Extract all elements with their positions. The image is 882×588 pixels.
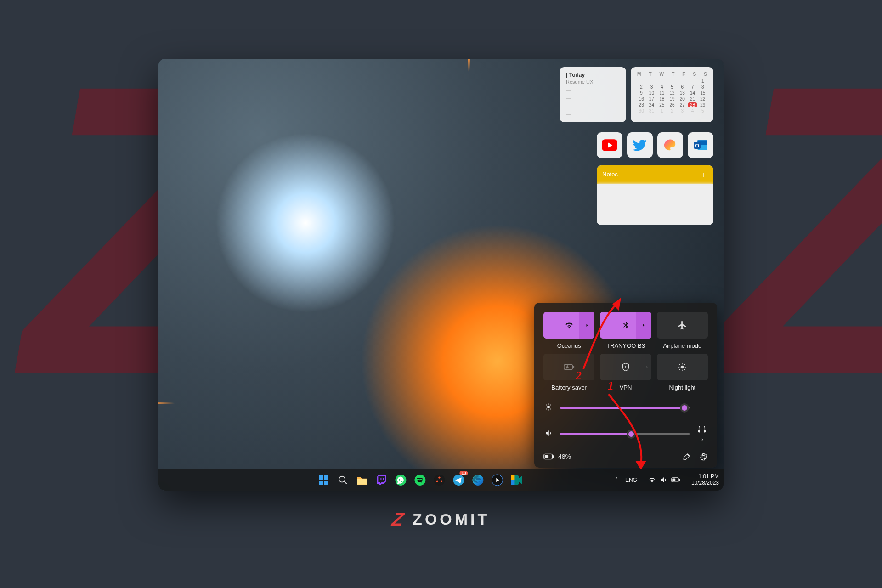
youtube-shortcut[interactable] (597, 132, 622, 158)
pencil-icon (683, 452, 691, 461)
language-indicator[interactable]: ENG (625, 477, 637, 483)
battery-saver-tile-label: Battery saver (551, 384, 587, 391)
bluetooth-tile-label: TRANYOO B3 (606, 342, 645, 349)
calendar-grid: 1234567891011121314151617181920212223242… (637, 79, 707, 113)
telegram-button[interactable]: 13 (450, 472, 467, 488)
twitch-button[interactable] (373, 472, 390, 488)
notes-widget[interactable]: Notes ＋ (597, 165, 713, 225)
bluetooth-expand-button[interactable] (636, 312, 651, 339)
clock-date: 10/28/2023 (691, 480, 719, 486)
volume-slider[interactable] (560, 433, 690, 435)
svg-rect-55 (511, 475, 514, 480)
svg-rect-38 (319, 481, 323, 485)
wifi-tile: Oceanus (543, 312, 594, 349)
svg-rect-30 (553, 455, 554, 458)
whatsapp-button[interactable] (392, 472, 409, 488)
night-light-tile-label: Night light (669, 384, 695, 391)
audio-output-button[interactable]: › (696, 426, 708, 442)
svg-line-25 (546, 408, 547, 409)
svg-rect-36 (319, 475, 323, 480)
vpn-tile-label: VPN (620, 384, 632, 391)
shield-icon (621, 362, 630, 372)
clock-button[interactable]: 1:01 PM 10/28/2023 (691, 474, 719, 486)
vpn-toggle-button[interactable]: › (600, 354, 651, 380)
today-widget-empty-lines: ———— (566, 86, 620, 119)
svg-point-47 (434, 475, 445, 486)
svg-line-24 (550, 408, 551, 409)
svg-rect-37 (324, 475, 328, 480)
battery-saver-toggle-button[interactable] (543, 354, 594, 380)
svg-rect-58 (679, 479, 680, 481)
svg-point-9 (681, 365, 684, 368)
zoomit-z-mark: Z (390, 509, 408, 530)
wifi-expand-button[interactable] (579, 312, 594, 339)
zoomit-wordmark: ZOOMIT (413, 510, 490, 528)
battery-saver-tile: Battery saver (543, 354, 594, 391)
taskbar: 13 ˄ ENG 1:01 PM 10/28/2023 (158, 469, 724, 491)
brightness-slider[interactable] (560, 407, 690, 409)
svg-point-48 (438, 476, 440, 478)
outlook-shortcut[interactable]: O (688, 132, 713, 158)
svg-rect-39 (324, 481, 328, 485)
meet-button[interactable] (508, 472, 525, 488)
media-player-button[interactable] (489, 472, 505, 488)
start-button[interactable] (315, 472, 332, 488)
night-light-toggle-button[interactable] (657, 354, 708, 380)
svg-rect-6 (573, 366, 574, 368)
today-widget[interactable]: | Today Resume UX ———— (560, 67, 626, 122)
calendar-widget[interactable]: MTWTFSS 12345678910111213141516171819202… (631, 67, 713, 122)
paint-shortcut[interactable] (657, 132, 683, 158)
night-light-icon (678, 362, 687, 372)
twitter-shortcut[interactable] (627, 132, 653, 158)
gear-icon (699, 452, 708, 461)
volume-icon (543, 429, 554, 439)
desktop-app-shortcuts: O (597, 132, 713, 158)
night-light-tile: Night light (657, 354, 708, 391)
today-widget-title: | Today (566, 72, 620, 78)
svg-line-17 (684, 364, 685, 365)
wifi-toggle-button[interactable] (543, 312, 594, 339)
svg-rect-43 (380, 478, 381, 480)
svg-rect-8 (625, 367, 626, 368)
svg-rect-44 (383, 478, 384, 480)
calendar-dow-header: MTWTFSS (637, 72, 707, 77)
svg-rect-31 (545, 455, 548, 458)
battery-percent-label: 48% (558, 453, 571, 460)
svg-line-23 (546, 404, 547, 405)
desktop-screenshot: | Today Resume UX ———— MTWTFSS 123456789… (158, 59, 724, 491)
svg-rect-59 (672, 478, 675, 481)
file-explorer-button[interactable] (354, 472, 370, 488)
bluetooth-toggle-button[interactable] (600, 312, 651, 339)
battery-status-button[interactable]: 48% (543, 453, 571, 460)
airplane-tile: Airplane mode (657, 312, 708, 349)
zoomit-logo: Z ZOOMIT (392, 509, 490, 530)
clock-time: 1:01 PM (691, 474, 719, 480)
davinci-button[interactable] (431, 472, 447, 488)
svg-line-26 (550, 404, 551, 405)
system-tray: ˄ ENG 1:01 PM 10/28/2023 (615, 474, 719, 486)
settings-button[interactable] (699, 452, 708, 461)
svg-rect-56 (511, 480, 514, 485)
tray-overflow-button[interactable]: ˄ (615, 477, 618, 483)
volume-tray-icon (660, 476, 667, 484)
network-volume-battery-button[interactable] (645, 474, 684, 486)
search-button[interactable] (334, 472, 351, 488)
wifi-tile-label: Oceanus (557, 342, 581, 349)
svg-rect-42 (357, 479, 368, 484)
edge-button[interactable] (469, 472, 486, 488)
airplane-toggle-button[interactable] (657, 312, 708, 339)
edit-quick-settings-button[interactable] (683, 452, 691, 461)
airplane-icon (677, 320, 687, 330)
svg-rect-28 (704, 430, 706, 432)
quick-settings-panel: Oceanus TRANYOO B3 Airplane mode (534, 303, 717, 468)
battery-icon (543, 453, 554, 460)
vpn-expand-icon[interactable]: › (646, 364, 648, 370)
svg-rect-27 (698, 430, 700, 432)
spotify-button[interactable] (412, 472, 428, 488)
svg-text:O: O (695, 142, 699, 148)
notes-add-icon[interactable]: ＋ (700, 169, 708, 180)
bluetooth-icon (621, 321, 630, 330)
wifi-icon (564, 320, 574, 330)
svg-line-15 (684, 369, 685, 370)
svg-line-41 (344, 481, 347, 484)
